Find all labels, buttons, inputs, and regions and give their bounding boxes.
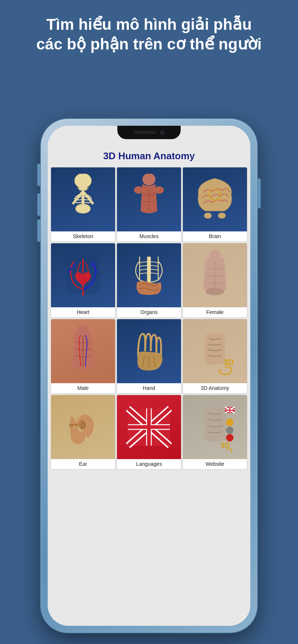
heart-label: Heart xyxy=(75,307,91,317)
svg-point-41 xyxy=(226,434,234,442)
svg-point-11 xyxy=(218,213,226,218)
website-image: 3D xyxy=(183,395,247,459)
grid-item-female[interactable]: Female xyxy=(183,243,247,318)
organs-image xyxy=(117,243,181,307)
ear-image xyxy=(51,395,115,459)
svg-point-22 xyxy=(73,426,76,429)
male-image xyxy=(51,319,115,383)
svg-point-8 xyxy=(155,186,164,194)
grid-item-organs[interactable]: Organs xyxy=(117,243,181,318)
phone-mockup: 3D Human Anatomy xyxy=(41,119,257,632)
svg-point-10 xyxy=(204,213,212,218)
header-title: Tìm hiểu mô hình giải phẫu các bộ phận t… xyxy=(0,15,298,54)
organs-label: Organs xyxy=(139,307,159,317)
skeleton-image xyxy=(51,167,115,231)
ear-label: Ear xyxy=(77,459,89,469)
svg-point-7 xyxy=(134,186,143,194)
svg-point-6 xyxy=(142,174,155,185)
website-label: Website xyxy=(204,459,226,469)
grid-item-heart[interactable]: Heart xyxy=(51,243,115,318)
skeleton-label: Skeleton xyxy=(72,231,95,241)
hand-image xyxy=(117,319,181,383)
svg-point-3 xyxy=(76,204,91,214)
male-label: Male xyxy=(76,383,90,393)
hand-label: Hand xyxy=(141,383,156,393)
phone-notch xyxy=(117,126,181,139)
3danatomy-label: 3D Anatomy xyxy=(199,383,231,393)
3danatomy-image: 3D xyxy=(183,319,247,383)
languages-image xyxy=(117,395,181,459)
grid-item-ear[interactable]: Ear xyxy=(51,395,115,470)
grid-item-languages[interactable]: Languages xyxy=(117,395,181,470)
svg-point-0 xyxy=(74,174,91,188)
svg-text:3D: 3D xyxy=(224,358,234,367)
heart-image xyxy=(51,243,115,307)
app-title: 3D Human Anatomy xyxy=(48,144,250,166)
muscles-image xyxy=(117,167,181,231)
anatomy-grid: Skeleton xyxy=(48,166,250,471)
languages-label: Languages xyxy=(134,459,163,469)
svg-point-15 xyxy=(209,250,221,260)
svg-point-40 xyxy=(226,427,234,434)
camera xyxy=(160,130,165,135)
svg-text:3D: 3D xyxy=(221,441,230,449)
speaker xyxy=(133,131,156,134)
grid-item-muscles[interactable]: Muscles xyxy=(117,167,181,242)
brain-label: Brain xyxy=(207,231,223,241)
brain-image xyxy=(183,167,247,231)
svg-point-21 xyxy=(76,417,79,421)
grid-item-hand[interactable]: Hand xyxy=(117,319,181,394)
grid-item-skeleton[interactable]: Skeleton xyxy=(51,167,115,242)
female-image xyxy=(183,243,247,307)
svg-point-39 xyxy=(226,419,234,426)
svg-marker-18 xyxy=(218,370,222,372)
screen-content: 3D Human Anatomy xyxy=(48,126,250,626)
grid-item-male[interactable]: Male xyxy=(51,319,115,394)
grid-item-brain[interactable]: Brain xyxy=(183,167,247,242)
phone-screen: 3D Human Anatomy xyxy=(48,126,250,626)
svg-point-14 xyxy=(206,288,224,295)
header-line2: các bộ phận trên cơ thể người xyxy=(15,35,283,54)
svg-rect-13 xyxy=(147,257,151,282)
grid-item-3danatomy[interactable]: 3D 3D Anatomy xyxy=(183,319,247,394)
header-line1: Tìm hiểu mô hình giải phẫu xyxy=(15,15,283,35)
female-label: Female xyxy=(205,307,225,317)
muscles-label: Muscles xyxy=(138,231,160,241)
grid-item-website[interactable]: 3D Website xyxy=(183,395,247,470)
svg-rect-31 xyxy=(147,408,151,446)
svg-rect-38 xyxy=(229,407,231,413)
